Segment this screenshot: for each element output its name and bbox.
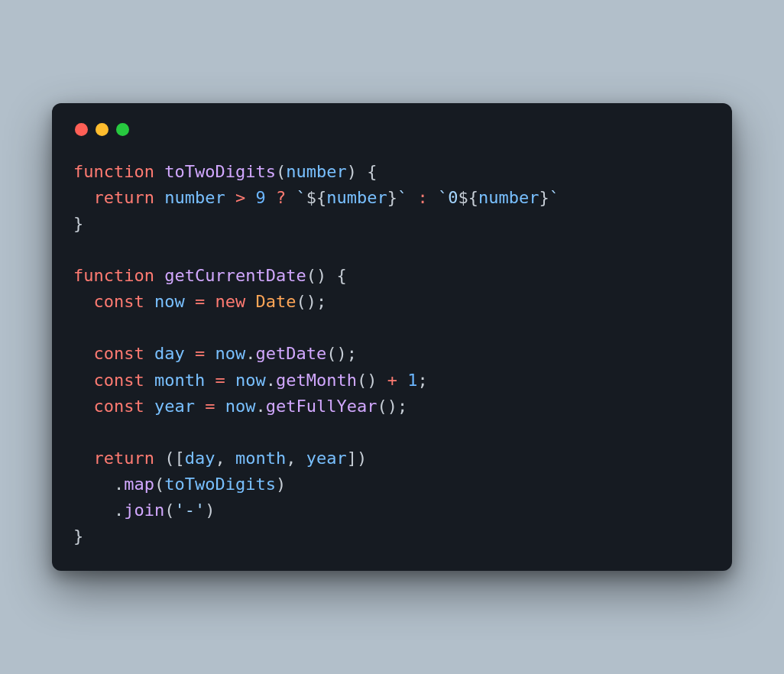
- code-token: ${: [306, 188, 327, 207]
- code-token: ${: [458, 188, 478, 207]
- code-token: .: [255, 397, 265, 416]
- code-token: new: [215, 292, 255, 311]
- code-token: ();: [296, 292, 326, 311]
- code-token: >: [235, 188, 256, 207]
- code-token: .: [73, 475, 124, 494]
- code-token: =: [195, 397, 225, 416]
- code-token: +: [377, 371, 407, 390]
- code-token: 9: [255, 188, 265, 207]
- code-token: number: [164, 188, 235, 207]
- code-token: (): [357, 371, 377, 390]
- code-token: (: [154, 475, 164, 494]
- code-token: ();: [326, 344, 357, 363]
- code-token: ,: [286, 449, 306, 468]
- code-token: getMonth: [276, 371, 357, 390]
- code-token: year: [154, 397, 195, 416]
- code-token: ,: [215, 449, 235, 468]
- code-token: getFullYear: [266, 397, 377, 416]
- code-token: }: [387, 188, 397, 207]
- code-token: number: [286, 162, 346, 181]
- code-token: }: [73, 527, 83, 546]
- code-token: function: [73, 266, 164, 285]
- code-token: ) {: [347, 162, 377, 181]
- code-window: function toTwoDigits(number) { return nu…: [52, 103, 732, 571]
- code-token: ): [205, 501, 215, 520]
- code-token: (: [164, 501, 174, 520]
- code-token: return: [94, 188, 165, 207]
- code-token: ();: [377, 397, 407, 416]
- code-token: Date: [255, 292, 296, 311]
- code-token: join: [124, 501, 164, 520]
- code-token: .: [245, 344, 255, 363]
- code-block[interactable]: function toTwoDigits(number) { return nu…: [73, 159, 711, 549]
- code-token: day: [154, 344, 185, 363]
- code-token: function: [73, 162, 164, 181]
- minimize-icon[interactable]: [96, 123, 109, 136]
- code-token: (: [276, 162, 286, 181]
- code-token: now: [215, 344, 245, 363]
- code-token: `: [397, 188, 407, 207]
- code-token: number: [326, 188, 387, 207]
- code-token: const: [94, 371, 154, 390]
- code-token: }: [539, 188, 549, 207]
- code-token: ): [276, 475, 286, 494]
- code-token: return: [94, 449, 165, 468]
- code-token: month: [235, 449, 286, 468]
- code-token: getCurrentDate: [164, 266, 306, 285]
- code-token: now: [154, 292, 185, 311]
- code-token: number: [478, 188, 539, 207]
- code-token: const: [94, 397, 154, 416]
- code-token: const: [94, 292, 154, 311]
- code-token: }: [73, 214, 83, 233]
- code-token: now: [225, 397, 256, 416]
- code-token: ;: [417, 371, 427, 390]
- code-token: =: [185, 344, 215, 363]
- window-traffic-lights: [73, 123, 711, 136]
- code-token: .: [266, 371, 276, 390]
- code-token: now: [235, 371, 266, 390]
- code-token: 1: [407, 371, 417, 390]
- code-token: `: [549, 188, 559, 207]
- code-token: map: [124, 475, 154, 494]
- code-token: .: [73, 501, 124, 520]
- close-icon[interactable]: [75, 123, 88, 136]
- code-token: `: [296, 188, 306, 207]
- code-token: () {: [306, 266, 347, 285]
- code-token: toTwoDigits: [164, 162, 276, 181]
- code-token: month: [154, 371, 205, 390]
- code-token: :: [407, 188, 438, 207]
- code-token: 0: [448, 188, 458, 207]
- code-token: getDate: [255, 344, 326, 363]
- code-token: const: [94, 344, 154, 363]
- code-token: ?: [266, 188, 296, 207]
- code-token: day: [185, 449, 215, 468]
- code-token: ]): [347, 449, 368, 468]
- code-token: =: [205, 371, 235, 390]
- zoom-icon[interactable]: [116, 123, 129, 136]
- code-token: `: [438, 188, 448, 207]
- code-token: ([: [164, 449, 185, 468]
- code-token: toTwoDigits: [164, 475, 276, 494]
- code-token: =: [185, 292, 215, 311]
- code-token: year: [306, 449, 347, 468]
- code-token: '-': [174, 501, 205, 520]
